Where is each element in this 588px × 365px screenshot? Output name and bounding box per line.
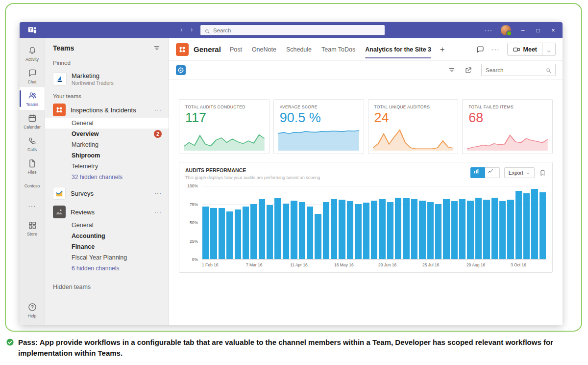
bar-39[interactable] bbox=[515, 191, 522, 259]
bar-8[interactable] bbox=[267, 205, 273, 259]
maximize-button[interactable]: □ bbox=[535, 27, 541, 34]
bar-16[interactable] bbox=[331, 199, 337, 259]
bar-2[interactable] bbox=[219, 208, 225, 259]
channel-row-marketing[interactable]: Marketing bbox=[45, 139, 169, 150]
team-more-button[interactable]: ··· bbox=[154, 190, 162, 197]
back-button[interactable]: ‹ bbox=[180, 26, 183, 34]
channel-row-general[interactable]: General bbox=[45, 118, 169, 129]
bookmark-icon[interactable] bbox=[539, 169, 546, 177]
hidden-teams-label[interactable]: Hidden teams bbox=[45, 277, 169, 297]
bar-19[interactable] bbox=[355, 204, 361, 259]
channel-row-telemetry[interactable]: Telemetry bbox=[45, 161, 169, 172]
rail-item-teams[interactable]: Teams bbox=[20, 87, 45, 110]
team-row-inspections-incidents[interactable]: Inspections & Incidents··· bbox=[45, 102, 169, 118]
rail-item-chat[interactable]: Chat bbox=[20, 65, 45, 87]
team-more-button[interactable]: ··· bbox=[154, 209, 162, 215]
bar-chart-toggle-button[interactable] bbox=[470, 167, 485, 178]
titlebar-more-button[interactable]: ··· bbox=[485, 26, 492, 34]
bar-31[interactable] bbox=[451, 201, 458, 259]
bar-22[interactable] bbox=[379, 199, 385, 259]
channel-row-6-hidden-channels[interactable]: 6 hidden channels bbox=[45, 263, 169, 274]
rail-item-activity[interactable]: Activity bbox=[20, 42, 45, 65]
bar-18[interactable] bbox=[347, 201, 353, 259]
tab-team-todos[interactable]: Team ToDos bbox=[321, 38, 355, 60]
bar-37[interactable] bbox=[499, 201, 506, 259]
bar-11[interactable] bbox=[291, 201, 297, 259]
bar-1[interactable] bbox=[210, 208, 217, 259]
bar-9[interactable] bbox=[274, 198, 281, 259]
bar-21[interactable] bbox=[371, 201, 377, 259]
bar-23[interactable] bbox=[387, 202, 393, 259]
filter-icon[interactable] bbox=[448, 66, 456, 74]
global-search-box[interactable] bbox=[200, 25, 385, 36]
bar-35[interactable] bbox=[483, 200, 490, 259]
channel-row-accounting[interactable]: Accounting bbox=[45, 231, 169, 241]
team-row-surveys[interactable]: Surveys··· bbox=[45, 185, 169, 201]
bar-32[interactable] bbox=[459, 199, 466, 259]
add-tab-button[interactable]: + bbox=[440, 45, 444, 54]
channel-row-shiproom[interactable]: Shiproom bbox=[45, 150, 169, 161]
team-more-button[interactable]: ··· bbox=[154, 106, 162, 113]
channel-row-finance[interactable]: Finance bbox=[45, 241, 169, 252]
bar-41[interactable] bbox=[531, 189, 538, 259]
bar-10[interactable] bbox=[283, 204, 289, 259]
bar-15[interactable] bbox=[323, 202, 329, 259]
bar-30[interactable] bbox=[443, 199, 449, 259]
avatar[interactable] bbox=[501, 25, 511, 35]
tab-search-box[interactable] bbox=[481, 64, 556, 76]
bar-13[interactable] bbox=[307, 207, 313, 259]
channel-row-fiscal-year-planning[interactable]: Fiscal Year Planning bbox=[45, 252, 169, 263]
bar-6[interactable] bbox=[250, 204, 257, 259]
tab-post[interactable]: Post bbox=[230, 38, 242, 60]
chat-bubble-icon[interactable] bbox=[476, 45, 485, 54]
bar-12[interactable] bbox=[299, 202, 305, 259]
bar-38[interactable] bbox=[507, 200, 514, 259]
bar-0[interactable] bbox=[202, 207, 209, 259]
bar-34[interactable] bbox=[475, 198, 482, 259]
global-search-input[interactable] bbox=[213, 27, 381, 33]
team-row-reviews[interactable]: Reviews··· bbox=[45, 204, 169, 220]
meet-dropdown-button[interactable] bbox=[542, 43, 555, 55]
channel-row-32-hidden-channels[interactable]: 32 hidden channels bbox=[45, 172, 169, 182]
rail-item-calendar[interactable]: Calendar bbox=[20, 110, 45, 132]
tab-search-input[interactable] bbox=[486, 67, 542, 73]
meet-button[interactable]: Meet bbox=[507, 43, 556, 56]
channel-row-general[interactable]: General bbox=[45, 220, 169, 231]
bar-14[interactable] bbox=[315, 214, 321, 259]
pinned-team-marketing[interactable]: Marketing Northwind Traders bbox=[45, 69, 169, 89]
channel-more-button[interactable]: ··· bbox=[492, 46, 500, 53]
bar-7[interactable] bbox=[259, 199, 265, 259]
tab-schedule[interactable]: Schedule bbox=[286, 38, 312, 60]
bar-29[interactable] bbox=[435, 204, 441, 259]
rail-item-files[interactable]: Files bbox=[20, 155, 45, 178]
bar-33[interactable] bbox=[467, 201, 473, 259]
bar-28[interactable] bbox=[427, 202, 434, 259]
bar-20[interactable] bbox=[363, 203, 369, 259]
bar-26[interactable] bbox=[411, 199, 417, 259]
bar-27[interactable] bbox=[419, 201, 425, 259]
bar-42[interactable] bbox=[539, 192, 546, 259]
bar-24[interactable] bbox=[395, 198, 401, 259]
rail-item-store[interactable]: Store bbox=[20, 217, 45, 239]
rail-item-more[interactable]: ··· bbox=[20, 194, 45, 217]
tab-onenote[interactable]: OneNote bbox=[252, 38, 276, 60]
minimize-button[interactable]: – bbox=[519, 27, 526, 34]
forward-button[interactable]: › bbox=[191, 26, 193, 34]
bar-17[interactable] bbox=[339, 200, 345, 259]
line-chart-toggle-button[interactable] bbox=[485, 167, 500, 178]
channel-row-overview[interactable]: Overview2 bbox=[45, 129, 169, 139]
bar-25[interactable] bbox=[403, 198, 409, 259]
rail-item-help[interactable]: Help bbox=[20, 299, 45, 321]
bar-5[interactable] bbox=[243, 207, 249, 259]
share-icon[interactable] bbox=[465, 66, 472, 74]
rail-item-calls[interactable]: Calls bbox=[20, 132, 45, 155]
export-button[interactable]: Export bbox=[504, 167, 535, 178]
filter-icon[interactable] bbox=[153, 44, 161, 52]
bar-40[interactable] bbox=[523, 193, 530, 259]
close-button[interactable]: × bbox=[550, 27, 557, 34]
rail-item-contoso[interactable]: Contoso bbox=[20, 178, 45, 194]
tab-analytics-for-the-site-3[interactable]: Analytics for the Site 3 bbox=[365, 38, 431, 60]
bar-3[interactable] bbox=[226, 211, 233, 259]
bar-4[interactable] bbox=[235, 209, 241, 259]
bar-36[interactable] bbox=[491, 198, 498, 259]
